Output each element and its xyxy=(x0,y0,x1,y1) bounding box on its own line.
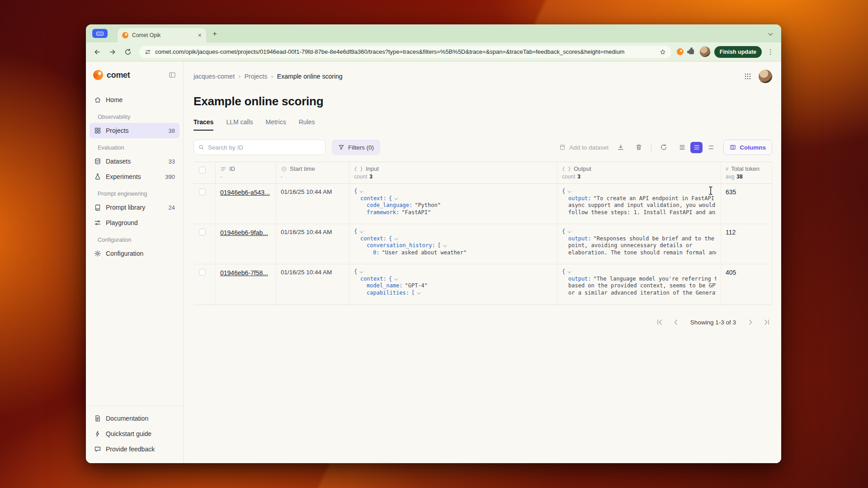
row-height-large-button[interactable] xyxy=(705,142,717,153)
columns-button[interactable]: Columns xyxy=(723,140,772,155)
tab-search-chevron-icon[interactable] xyxy=(765,28,775,38)
sidebar-item-datasets[interactable]: Datasets 33 xyxy=(90,154,179,169)
finish-update-button[interactable]: Finish update xyxy=(714,46,762,58)
sidebar-item-home[interactable]: Home xyxy=(90,92,179,108)
last-page-button[interactable] xyxy=(761,317,772,328)
trace-start-time: 01/16/25 10:44 AM xyxy=(276,184,349,224)
sidebar-item-quickstart-guide[interactable]: Quickstart guide xyxy=(90,426,179,441)
table-row[interactable]: 01946eb6-a543... 01/16/25 10:44 AM { con… xyxy=(193,184,772,224)
trace-output-cell[interactable]: { output:"The language model you're refe… xyxy=(557,264,721,305)
browser-toolbar: comet.com/opik/jacques-comet/projects/01… xyxy=(86,42,781,61)
sidebar-item-label: Experiments xyxy=(106,173,160,180)
row-height-medium-button[interactable] xyxy=(690,142,703,153)
chevron-down-icon[interactable] xyxy=(359,269,363,273)
trace-input-cell[interactable]: { context:{ code_language:"Python" frame… xyxy=(349,184,557,224)
breadcrumb-workspace[interactable]: jacques-comet xyxy=(193,73,235,80)
tab-metrics[interactable]: Metrics xyxy=(266,118,286,130)
site-settings-icon[interactable] xyxy=(145,49,151,55)
search-icon xyxy=(198,144,204,150)
text-cursor xyxy=(708,186,713,195)
sliders-icon xyxy=(94,219,101,226)
trace-total-tokens: 635 xyxy=(721,184,772,224)
tab-traces[interactable]: Traces xyxy=(193,118,213,131)
list-lines-icon xyxy=(220,166,226,172)
sidebar-item-documentation[interactable]: Documentation xyxy=(90,411,179,426)
table-row[interactable]: 01946eb6-7f58... 01/16/25 10:44 AM { con… xyxy=(193,264,772,305)
trace-output-cell[interactable]: { output:"Responses should be brief and … xyxy=(557,224,721,264)
extensions-puzzle-icon[interactable] xyxy=(689,49,694,54)
table-row[interactable]: 01946eb6-9fab... 01/16/25 10:44 AM { con… xyxy=(193,224,772,264)
delete-trash-button[interactable] xyxy=(633,141,645,153)
refresh-button[interactable] xyxy=(658,141,670,153)
search-input[interactable] xyxy=(208,144,321,151)
comet-favicon xyxy=(122,32,128,38)
chevron-down-icon[interactable] xyxy=(443,243,447,247)
address-bar[interactable]: comet.com/opik/jacques-comet/projects/01… xyxy=(139,46,671,58)
select-all-checkbox[interactable] xyxy=(199,167,206,174)
trace-output-cell[interactable]: { output:"To create an API endpoint in F… xyxy=(557,184,721,224)
breadcrumb-projects[interactable]: Projects xyxy=(245,73,268,80)
previous-page-button[interactable] xyxy=(670,317,681,328)
trace-start-time: 01/16/25 10:44 AM xyxy=(276,264,349,305)
trace-id-link[interactable]: 01946eb6-9fab... xyxy=(220,229,268,236)
tab-close-icon[interactable]: × xyxy=(198,32,202,38)
trace-input-cell[interactable]: { context:{ model_name:"GPT-4" capabilit… xyxy=(349,264,557,305)
back-button[interactable] xyxy=(91,46,103,58)
bookmark-star-icon[interactable] xyxy=(660,49,666,55)
column-header-id[interactable]: ID - xyxy=(215,162,276,183)
trace-id-link[interactable]: 01946eb6-a543... xyxy=(220,189,270,196)
row-height-small-button[interactable] xyxy=(676,142,688,153)
sidebar-item-experiments[interactable]: Experiments 390 xyxy=(90,169,179,184)
add-to-dataset-button[interactable]: Add to dataset xyxy=(559,144,609,151)
trace-total-tokens: 405 xyxy=(721,264,772,305)
comet-extension-icon[interactable] xyxy=(677,48,684,55)
chevron-down-icon[interactable] xyxy=(417,291,420,294)
dataset-icon xyxy=(559,144,566,150)
chevron-down-icon[interactable] xyxy=(394,196,398,200)
column-header-start-time[interactable]: Start time - xyxy=(276,162,349,183)
reload-button[interactable] xyxy=(122,46,134,58)
chevron-down-icon[interactable] xyxy=(359,229,363,233)
filter-funnel-icon xyxy=(338,144,344,150)
browser-tab[interactable]: Comet Opik × xyxy=(118,28,206,42)
sidebar-item-projects[interactable]: Projects 38 xyxy=(90,123,179,138)
search-input-wrap xyxy=(193,140,326,155)
tab-group-chip[interactable] xyxy=(92,29,108,38)
sidebar-item-provide-feedback[interactable]: Provide feedback xyxy=(90,441,179,457)
chevron-down-icon[interactable] xyxy=(567,269,571,273)
export-download-button[interactable] xyxy=(615,141,627,153)
browser-profile-avatar[interactable] xyxy=(699,46,711,57)
row-checkbox[interactable] xyxy=(199,188,206,195)
column-header-output[interactable]: { }Output count3 xyxy=(557,162,721,183)
trace-id-link[interactable]: 01946eb6-7f58... xyxy=(220,269,268,277)
chevron-down-icon[interactable] xyxy=(394,277,398,280)
sidebar-item-prompt-library[interactable]: Prompt library 24 xyxy=(90,200,179,215)
column-header-total-tokens[interactable]: #Total token avg38 xyxy=(721,162,772,183)
browser-window: Comet Opik × + comet.com/opik/jacques-co… xyxy=(86,24,781,463)
sidebar-item-label: Projects xyxy=(106,127,164,134)
row-checkbox[interactable] xyxy=(199,229,206,235)
chevron-down-icon[interactable] xyxy=(567,229,571,233)
sidebar-item-playground[interactable]: Playground xyxy=(90,215,179,230)
browser-menu-icon[interactable]: ⋮ xyxy=(765,48,776,56)
row-checkbox[interactable] xyxy=(199,269,206,276)
first-page-button[interactable] xyxy=(654,317,665,328)
chevron-down-icon[interactable] xyxy=(359,189,363,192)
chevron-down-icon[interactable] xyxy=(394,236,398,240)
filters-button[interactable]: Filters (0) xyxy=(332,140,380,155)
url-text[interactable]: comet.com/opik/jacques-comet/projects/01… xyxy=(155,48,656,55)
column-header-input[interactable]: { }Input count3 xyxy=(349,162,557,183)
browser-tab-strip: Comet Opik × + xyxy=(86,24,781,42)
next-page-button[interactable] xyxy=(745,317,756,328)
trace-input-cell[interactable]: { context:{ conversation_history:[ 0:"Us… xyxy=(349,224,557,264)
tab-rules[interactable]: Rules xyxy=(299,118,315,130)
new-tab-button[interactable]: + xyxy=(212,30,217,38)
sidebar-collapse-icon[interactable] xyxy=(169,71,176,79)
apps-grid-icon[interactable] xyxy=(744,73,751,80)
forward-button[interactable] xyxy=(107,46,118,58)
tab-llm-calls[interactable]: LLM calls xyxy=(226,118,253,130)
chevron-down-icon[interactable] xyxy=(567,189,571,192)
user-avatar[interactable] xyxy=(759,70,772,83)
app-sidebar: comet Home Observability Projects 38 Eva… xyxy=(86,61,184,463)
sidebar-item-configuration[interactable]: Configuration xyxy=(90,246,179,261)
